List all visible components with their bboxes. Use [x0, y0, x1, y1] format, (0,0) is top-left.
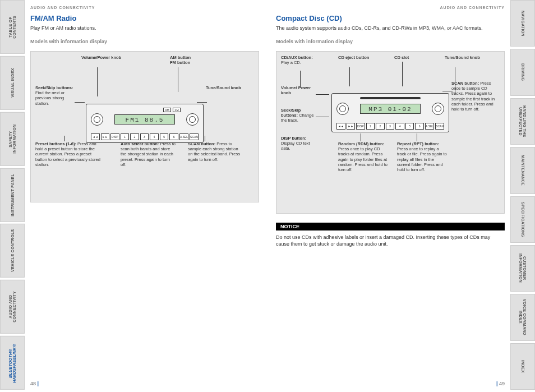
- callout-cd-slot: CD slot: [394, 55, 422, 60]
- preset-row-icon: ◄◄►►DISP 123 456 A.SELSCAN: [91, 133, 199, 140]
- volume-knob-icon: [336, 103, 349, 115]
- left-page: AUDIO AND CONNECTIVITY FM/AM Radio Play …: [30, 6, 259, 386]
- intro-fm-am: Play FM or AM radio stations.: [30, 25, 259, 32]
- callout-cd-aux: CD/AUX button: Play a CD.: [281, 55, 320, 66]
- callout-vol-knob-cd: Volume/ Power knob: [281, 85, 315, 96]
- nav-tab-index[interactable]: INDEX: [510, 343, 535, 390]
- volume-knob-icon: [91, 113, 103, 126]
- callout-scan-cd: SCAN button: Press once to sample CD tra…: [451, 81, 495, 112]
- page-header-left: AUDIO AND CONNECTIVITY: [30, 6, 259, 10]
- nav-tab-bluetooth-handsfreelink-[interactable]: BLUETOOTH® HANDSFREELINK®: [0, 336, 25, 390]
- lcd-display-cd: MP3 01-02: [360, 104, 421, 114]
- nav-tab-visual-index[interactable]: VISUAL INDEX: [0, 56, 25, 110]
- intro-cd: The audio system supports audio CDs, CD-…: [276, 25, 505, 32]
- tune-knob-icon: [186, 113, 199, 126]
- diagram-fm-am: Volume/Power knob AM button FM button Se…: [30, 51, 259, 202]
- callout-preset-buttons: Preset buttons (1-6): Press and hold a p…: [35, 141, 103, 168]
- cd-slot-icon: [360, 97, 421, 99]
- nav-tab-safety-information[interactable]: SAFETY INFORMATION: [0, 112, 25, 166]
- page-header-right: AUDIO AND CONNECTIVITY: [276, 6, 505, 10]
- nav-tab-voice-command-index[interactable]: VOICE COMMAND INDEX: [510, 294, 535, 340]
- tune-knob-icon: [432, 103, 444, 115]
- callout-cd-eject: CD eject button: [338, 55, 372, 60]
- models-note-right: Models with information display: [276, 39, 505, 44]
- nav-tab-vehicle-controls[interactable]: VEHICLE CONTROLS: [0, 224, 25, 278]
- section-title-cd: Compact Disc (CD): [276, 14, 505, 22]
- callout-tune-knob-cd: Tune/Sound knob: [445, 55, 484, 60]
- nav-tab-specifications[interactable]: SPECIFICATIONS: [510, 196, 535, 243]
- diagram-cd: CD/AUX button: Play a CD. CD eject butto…: [276, 51, 505, 214]
- callout-auto-select: Auto select button: Press to scan both b…: [121, 141, 177, 168]
- notice-text: Do not use CDs with adhesive labels or i…: [276, 234, 505, 248]
- lcd-display: FM1 88.5: [114, 114, 175, 124]
- nav-tab-instrument-panel[interactable]: INSTRUMENT PANEL: [0, 168, 25, 222]
- callout-tune-knob: Tune/Sound knob: [206, 85, 245, 90]
- notice-label: NOTICE: [276, 223, 505, 230]
- nav-tab-customer-information[interactable]: CUSTOMER INFORMATION: [510, 245, 535, 292]
- nav-tab-navigation[interactable]: NAVIGATION: [510, 0, 535, 47]
- callout-seek-cd: Seek/Skip buttons: Change the track.: [281, 108, 316, 123]
- nav-tab-audio-and-connectivity[interactable]: AUDIO AND CONNECTIVITY: [0, 280, 25, 334]
- callout-am-fm-button: AM button FM button: [170, 55, 215, 66]
- callout-disp-button: DISP button: Display CD text data.: [281, 136, 316, 151]
- section-title-fm-am: FM/AM Radio: [30, 14, 259, 22]
- right-page: AUDIO AND CONNECTIVITY Compact Disc (CD)…: [276, 6, 505, 386]
- callout-scan-button: SCAN button: Press to sample each strong…: [188, 141, 244, 163]
- nav-tab-driving[interactable]: DRIVING: [510, 49, 535, 95]
- callout-volume-knob: Volume/Power knob: [81, 55, 126, 60]
- nav-tab-table-of-contents[interactable]: TABLE OF CONTENTS: [0, 0, 25, 54]
- radio-unit-illustration: AMFM FM1 88.5 ◄◄►►DISP 123 456 A.SELSCAN: [86, 104, 204, 143]
- callout-repeat-button: Repeat (RPT) button: Press once to repla…: [397, 141, 448, 173]
- nav-tab-handling-the-unexpected[interactable]: HANDLING THE UNEXPECTED: [510, 98, 535, 145]
- am-fm-buttons-icon: AMFM: [163, 108, 181, 112]
- callout-seek-skip: Seek/Skip buttons: Find the next or prev…: [35, 85, 75, 107]
- cd-button-row-icon: ◄◄►►DISP 123 456 A.SELSCAN: [336, 123, 444, 130]
- cd-unit-illustration: MP3 01-02 ◄◄►►DISP 123 456 A.SELSCAN: [331, 93, 449, 132]
- nav-tab-maintenance[interactable]: MAINTENANCE: [510, 147, 535, 193]
- page-number-right: | 49: [496, 381, 505, 386]
- page-number-left: 48 |: [30, 381, 39, 386]
- models-note-left: Models with information display: [30, 39, 259, 44]
- callout-random-button: Random (RDM) button: Press once to play …: [338, 141, 389, 173]
